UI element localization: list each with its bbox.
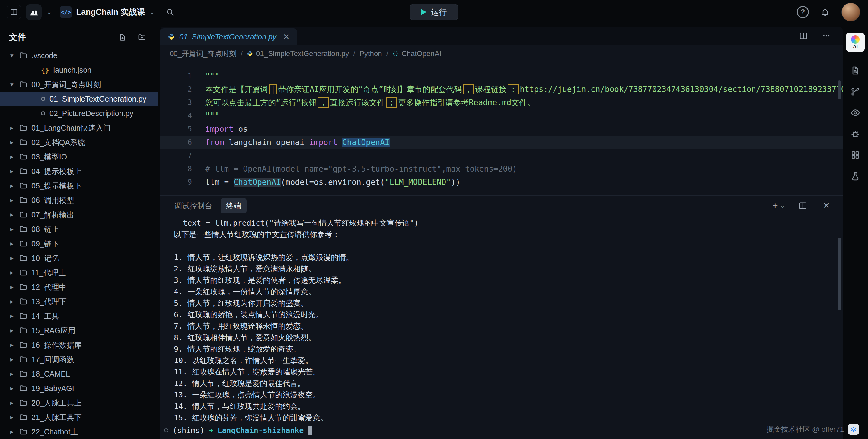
tree-folder-item[interactable]: ▸11_代理上	[0, 265, 158, 280]
chevron-right-icon: ▸	[10, 370, 19, 377]
code-line[interactable]: 4"""	[160, 109, 843, 123]
tree-folder-item[interactable]: ▾00_开篇词_奇点时刻	[0, 77, 158, 92]
breadcrumb-language[interactable]: Python	[360, 49, 382, 58]
tree-item-label: 11_代理上	[31, 268, 66, 278]
code-line[interactable]: 2本文件是【开篇词|带你亲证AI应用开发的“奇点”时刻】章节的配套代码，课程链接…	[160, 82, 843, 96]
tree-folder-item[interactable]: ▸21_人脉工具下	[0, 410, 158, 425]
tree-item-label: 01_SimpleTextGeneration.py	[50, 95, 146, 103]
file-search-button[interactable]	[849, 64, 862, 77]
line-number: 2	[160, 85, 192, 94]
tree-item-label: 22_Chatbot上	[31, 427, 78, 437]
chevron-right-icon: ▸	[10, 153, 19, 160]
tree-folder-item[interactable]: ▸01_LangChain快速入门	[0, 121, 158, 135]
tree-folder-item[interactable]: ▸16_操作数据库	[0, 338, 158, 352]
preview-button[interactable]	[849, 106, 862, 120]
tree-folder-item[interactable]: ▸06_调用模型	[0, 193, 158, 207]
editor-scrollbar[interactable]	[838, 80, 841, 100]
breadcrumb-file[interactable]: 01_SimpleTextGeneration.py	[247, 49, 349, 58]
tree-folder-item[interactable]: ▸09_链下	[0, 236, 158, 251]
chevron-right-icon: ▸	[10, 327, 19, 334]
code-line[interactable]: 5import os	[160, 123, 843, 136]
tree-folder-item[interactable]: ▸07_解析输出	[0, 207, 158, 222]
editor-workbench: 01_SimpleTextGeneration.py ✕ 00_开篇词_奇点时刻…	[160, 27, 843, 439]
new-folder-button[interactable]	[136, 31, 148, 43]
testing-button[interactable]	[849, 169, 862, 183]
tree-folder-item[interactable]: ▸04_提示模板上	[0, 164, 158, 178]
tree-folder-item[interactable]: ▸10_记忆	[0, 251, 158, 265]
new-file-button[interactable]	[117, 31, 129, 43]
terminal-line: 10. 以红玫瑰之名，许情人节一生挚爱。	[174, 356, 834, 367]
split-editor-button[interactable]	[796, 29, 811, 43]
code-text: from langchain_openai import ChatOpenAI	[192, 138, 390, 147]
code-line[interactable]: 9llm = ChatOpenAI(model=os.environ.get("…	[160, 175, 843, 189]
tree-item-label: 04_提示模板上	[31, 166, 82, 176]
run-button[interactable]: 运行	[410, 4, 458, 20]
code-line[interactable]: 8# llm = OpenAI(model_name="gpt-3.5-turb…	[160, 162, 843, 175]
help-button[interactable]: ?	[797, 6, 809, 18]
editor-tab[interactable]: 01_SimpleTextGeneration.py ✕	[160, 28, 297, 45]
tree-file-item[interactable]: 01_SimpleTextGeneration.py	[0, 92, 158, 106]
ai-assistant-button[interactable]: AI	[846, 33, 865, 52]
tree-file-item[interactable]: 02_PictureDescription.py	[0, 106, 158, 121]
tree-folder-item[interactable]: ▸12_代理中	[0, 280, 158, 294]
notifications-button[interactable]	[818, 5, 832, 19]
tree-folder-item[interactable]: ▸14_工具	[0, 309, 158, 323]
terminal[interactable]: text = llm.predict("请给我写一句情人节红玫瑰的中文宣传语")…	[174, 218, 834, 439]
tree-folder-item[interactable]: ▸03_模型IO	[0, 149, 158, 164]
breadcrumb-folder[interactable]: 00_开篇词_奇点时刻	[169, 49, 236, 59]
chevron-right-icon: ▸	[10, 211, 19, 218]
tree-folder-item[interactable]: ▸15_RAG应用	[0, 323, 158, 338]
editor-tab-bar: 01_SimpleTextGeneration.py ✕	[160, 27, 843, 45]
folder-icon	[19, 356, 27, 363]
split-terminal-button[interactable]	[796, 198, 810, 213]
folder-icon	[19, 182, 27, 190]
code-editor[interactable]: 1"""2本文件是【开篇词|带你亲证AI应用开发的“奇点”时刻】章节的配套代码，…	[160, 62, 843, 195]
extensions-button[interactable]	[849, 148, 862, 162]
tree-folder-item[interactable]: ▸05_提示模板下	[0, 178, 158, 193]
sidebar-toggle-button[interactable]	[7, 5, 21, 19]
close-panel-button[interactable]: ✕	[819, 198, 834, 213]
chevron-right-icon: ▸	[10, 385, 19, 392]
folder-icon	[19, 312, 27, 320]
breadcrumb-separator: /	[353, 49, 355, 58]
folder-icon	[19, 138, 27, 146]
code-line[interactable]: 3您可以点击最上方的“运行”按钮，直接运行该文件；更多操作指引请参考Readme…	[160, 96, 843, 109]
folder-icon	[19, 254, 27, 262]
new-terminal-button[interactable]: + ⌄	[771, 198, 786, 213]
tree-folder-item[interactable]: ▸18_CAMEL	[0, 367, 158, 381]
global-search-button[interactable]	[163, 5, 177, 19]
tab-debug-console[interactable]: 调试控制台	[169, 198, 218, 213]
folder-icon	[19, 80, 27, 88]
tree-file-item[interactable]: {}launch.json	[0, 63, 158, 77]
tree-folder-item[interactable]: ▸17_回调函数	[0, 352, 158, 367]
code-line[interactable]: 7	[160, 149, 843, 162]
tree-folder-item[interactable]: ▸22_Chatbot上	[0, 425, 158, 439]
tree-folder-item[interactable]: ▾.vscode	[0, 48, 158, 63]
tree-folder-item[interactable]: ▸08_链上	[0, 222, 158, 236]
tree-folder-item[interactable]: ▸20_人脉工具上	[0, 396, 158, 410]
tree-folder-item[interactable]: ▸19_BabyAGI	[0, 381, 158, 396]
app-logo[interactable]	[26, 4, 42, 20]
line-number: 4	[160, 111, 192, 120]
tree-item-label: 16_操作数据库	[31, 340, 82, 350]
breadcrumb-symbol[interactable]: ChatOpenAI	[392, 49, 441, 58]
tree-item-label: 14_工具	[31, 311, 59, 321]
terminal-line: 11. 红玫瑰在情人节，绽放爱的璀璨光芒。	[174, 367, 834, 378]
tab-close-icon[interactable]: ✕	[283, 32, 290, 42]
user-avatar[interactable]	[841, 3, 860, 22]
terminal-line: 9. 情人节的红玫瑰，绽放爱的奇迹。	[174, 344, 834, 356]
tree-item-label: 02_文档QA系统	[31, 137, 85, 147]
more-actions-button[interactable]	[819, 29, 834, 43]
tab-terminal[interactable]: 终端	[221, 198, 247, 213]
tree-folder-item[interactable]: ▸02_文档QA系统	[0, 135, 158, 149]
tree-folder-item[interactable]: ▸13_代理下	[0, 294, 158, 309]
source-control-button[interactable]	[849, 85, 862, 98]
terminal-prompt[interactable]: (shims) ➜ LangChain-shizhanke	[164, 424, 834, 436]
workspace-switcher[interactable]: </> LangChain 实战课 ⌄	[57, 4, 158, 20]
folder-icon	[19, 327, 27, 334]
code-line[interactable]: 6from langchain_openai import ChatOpenAI	[160, 136, 843, 149]
code-line[interactable]: 1"""	[160, 69, 843, 82]
terminal-scrollbar[interactable]	[838, 238, 841, 310]
debug-button[interactable]	[849, 127, 862, 140]
chevron-down-icon[interactable]: ⌄	[46, 9, 52, 15]
